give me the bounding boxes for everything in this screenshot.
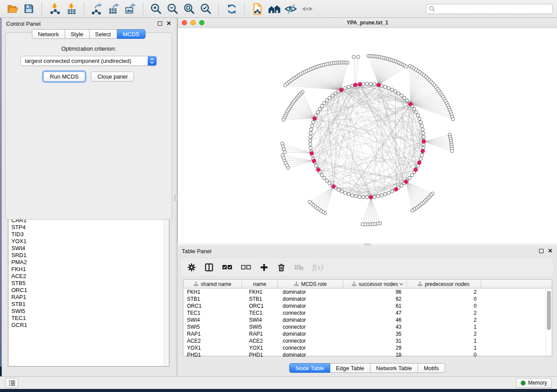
mcds-result-list[interactable]: PHD1CAR1STP4TID3YOX1SWI4SRD1PMA2FKH1ACE2… (9, 210, 169, 366)
graph-node[interactable] (422, 135, 426, 139)
zoom-selected-button[interactable] (198, 2, 214, 16)
graph-node[interactable] (323, 102, 326, 105)
graph-node[interactable] (394, 90, 397, 93)
graph-dominator-node[interactable] (332, 185, 336, 189)
mcds-result-item[interactable]: ORC1 (9, 287, 169, 294)
graph-dominator-node[interactable] (339, 88, 343, 92)
delete-column-button[interactable] (277, 261, 286, 273)
graph-node[interactable] (325, 179, 329, 182)
graph-node[interactable] (344, 86, 347, 90)
graph-dominator-node[interactable] (408, 102, 412, 106)
mcds-result-item[interactable]: STB1 (9, 301, 169, 308)
graph-node[interactable] (358, 195, 361, 199)
column-header-shared-name[interactable]: shared name (183, 280, 242, 288)
mcds-result-item[interactable]: ACE2 (9, 273, 169, 280)
graph-node[interactable] (384, 85, 387, 89)
tab-mcds[interactable]: MCDS (117, 29, 145, 39)
table-scrollbar-thumb[interactable] (547, 291, 551, 330)
graph-node[interactable] (391, 88, 394, 92)
column-header-successor-nodes[interactable]: successor nodes (343, 280, 407, 288)
mcds-result-item[interactable]: TEC1 (9, 315, 169, 322)
graph-node[interactable] (347, 85, 350, 89)
column-header-mcds-role[interactable]: MCDS role (278, 280, 343, 288)
graph-node[interactable] (408, 176, 412, 180)
float-panel-icon[interactable] (158, 21, 162, 26)
close-panel-icon[interactable]: ✕ (548, 249, 553, 253)
graph-node[interactable] (320, 104, 324, 108)
network-graph[interactable] (178, 28, 557, 243)
graph-node[interactable] (344, 191, 347, 195)
mcds-list-scrollbar[interactable] (164, 210, 169, 366)
select-all-button[interactable] (222, 261, 232, 273)
table-scrollbar[interactable] (545, 289, 552, 356)
memory-button[interactable]: Memory (516, 378, 552, 388)
graph-node[interactable] (391, 190, 394, 193)
graph-node[interactable] (419, 120, 422, 124)
graph-node[interactable] (316, 110, 320, 114)
zoom-fit-button[interactable] (181, 2, 197, 16)
graph-node[interactable] (420, 154, 424, 157)
graph-node[interactable] (421, 128, 425, 131)
graph-node[interactable] (411, 209, 414, 212)
graph-node[interactable] (365, 196, 369, 199)
graph-node[interactable] (384, 193, 387, 196)
graph-node[interactable] (331, 94, 334, 97)
run-mcds-button[interactable]: Run MCDS (43, 72, 85, 82)
table-row[interactable]: ORC1ORC1dominator610 (183, 303, 552, 309)
graph-node[interactable] (311, 120, 315, 124)
import-network-button[interactable] (47, 2, 62, 16)
open-session-button[interactable] (4, 2, 20, 16)
graph-node[interactable] (352, 55, 356, 59)
criterion-dropdown[interactable]: largest connected component (undirected) (21, 56, 157, 66)
graph-node[interactable] (418, 117, 421, 121)
graph-node[interactable] (377, 195, 380, 198)
mcds-result-item[interactable]: SRD1 (9, 252, 169, 259)
graph-dominator-node[interactable] (417, 161, 421, 165)
graph-node[interactable] (387, 191, 391, 195)
table-row[interactable]: STB1STB1dominator620 (183, 296, 552, 303)
graph-dominator-node[interactable] (369, 195, 373, 199)
tab-network-table[interactable]: Network Table (370, 363, 418, 373)
graph-dominator-node[interactable] (404, 180, 408, 184)
graph-node[interactable] (334, 92, 337, 95)
graph-node[interactable] (361, 223, 364, 226)
close-panel-icon[interactable]: ✕ (166, 21, 171, 26)
mcds-result-item[interactable]: TID3 (9, 231, 169, 238)
mcds-result-item[interactable]: RAP1 (9, 294, 169, 301)
mcds-result-item[interactable]: FKH1 (9, 266, 169, 273)
graph-node[interactable] (373, 83, 376, 86)
graph-node[interactable] (420, 124, 424, 128)
export-network-button[interactable] (89, 2, 105, 16)
graph-node[interactable] (419, 157, 422, 161)
mcds-result-item[interactable]: YOX1 (9, 238, 169, 245)
graph-node[interactable] (347, 193, 350, 196)
task-history-button[interactable] (5, 378, 18, 388)
graph-dominator-node[interactable] (313, 117, 317, 120)
hide-eye-button[interactable] (283, 2, 298, 16)
graph-node[interactable] (410, 173, 414, 177)
table-row[interactable]: YOX1YOX1connector291 (183, 344, 552, 351)
graph-dominator-node[interactable] (316, 168, 320, 172)
network-overview-button[interactable] (266, 2, 282, 16)
share-document-button[interactable] (249, 2, 265, 16)
tab-style[interactable]: Style (65, 29, 90, 39)
graph-node[interactable] (373, 195, 376, 199)
graph-node[interactable] (400, 94, 403, 97)
graph-node[interactable] (282, 118, 285, 122)
graph-node[interactable] (281, 154, 284, 157)
graph-dominator-node[interactable] (377, 83, 381, 87)
graph-node[interactable] (405, 99, 409, 102)
table-options-button[interactable] (187, 261, 196, 273)
unselect-all-button[interactable] (241, 261, 251, 273)
graph-node[interactable] (369, 83, 373, 86)
table-row[interactable]: SWI5SWI5connector431 (183, 323, 552, 330)
graph-node[interactable] (309, 131, 312, 135)
export-image-button[interactable] (122, 2, 138, 16)
graph-node[interactable] (356, 55, 360, 58)
graph-node[interactable] (328, 96, 332, 100)
graph-dominator-node[interactable] (422, 140, 426, 144)
network-canvas[interactable] (178, 28, 557, 243)
graph-node[interactable] (325, 99, 329, 102)
zoom-out-button[interactable] (165, 2, 180, 16)
graph-node[interactable] (323, 176, 326, 180)
